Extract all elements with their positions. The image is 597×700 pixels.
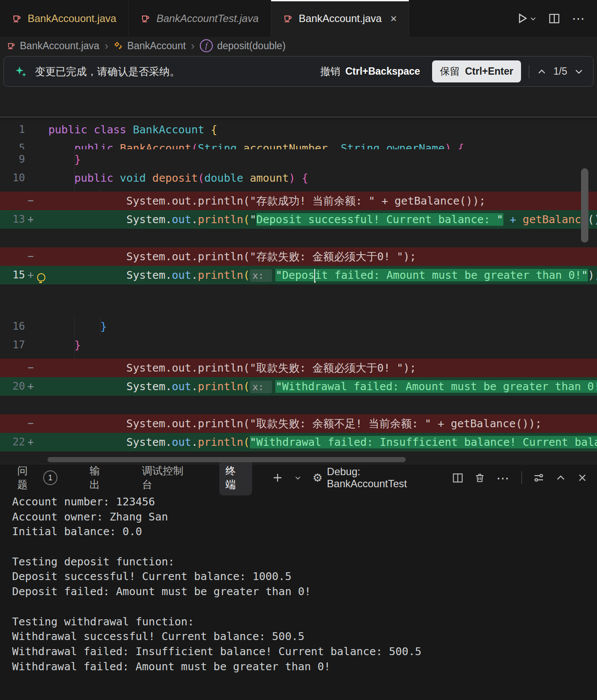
more-actions-icon[interactable]: ⋯ bbox=[572, 11, 586, 26]
code-line-20[interactable]: 20+ System.out.println(x: "Withdrawal fa… bbox=[0, 377, 597, 396]
code-line-removed[interactable]: − System.out.println("取款失败: 金额必须大于0! "); bbox=[0, 359, 597, 377]
tab-label: BankAccountTest.java bbox=[156, 13, 259, 25]
code-text: public BankAccount(String accountNumber,… bbox=[48, 142, 464, 149]
problems-badge: 1 bbox=[43, 470, 58, 485]
code-text: System.out.println("Deposit successful! … bbox=[48, 213, 597, 226]
undo-button[interactable]: 撤销 Ctrl+Backspace bbox=[316, 61, 424, 82]
tab-problems[interactable]: 问题 1 bbox=[11, 460, 63, 495]
terminal-line bbox=[12, 539, 597, 555]
terminal-line: Testing withdrawal function: bbox=[12, 615, 597, 630]
tab-label: 调试控制台 bbox=[142, 464, 193, 492]
terminal-line: Initial balance: 0.0 bbox=[12, 524, 597, 539]
code-text: System.out.println(x: "Withdrawal failed… bbox=[48, 380, 597, 393]
panel-more-icon[interactable]: ⋯ bbox=[496, 470, 510, 486]
inline-chat-widget: 变更已完成，请确认是否采纳。 撤销 Ctrl+Backspace 保留 Ctrl… bbox=[3, 56, 594, 87]
tab-debug-console[interactable]: 调试控制台 bbox=[136, 460, 199, 495]
separator bbox=[529, 65, 529, 78]
vertical-scrollbar[interactable] bbox=[581, 168, 588, 243]
breadcrumb-symbol[interactable]: BankAccount bbox=[127, 40, 186, 52]
terminal-line: Withdrawal failed: Amount must be greate… bbox=[12, 659, 597, 675]
line-number: 5 bbox=[0, 139, 25, 149]
code-line-16[interactable]: 16 } bbox=[0, 317, 597, 336]
tab-bankaccounttest-java[interactable]: BankAccountTest.java bbox=[129, 0, 271, 37]
code-line-removed[interactable]: − System.out.println("存款失败: 金额必须大于0! "); bbox=[0, 247, 597, 266]
code-text: System.out.println("Withdrawal failed: I… bbox=[48, 436, 597, 448]
code-text: System.out.println("存款失败: 金额必须大于0! "); bbox=[48, 250, 416, 263]
breadcrumb-file[interactable]: BankAccount.java bbox=[20, 40, 99, 52]
code-line-5[interactable]: 5 public BankAccount(String accountNumbe… bbox=[0, 139, 597, 149]
breadcrumb: BankAccount.java › BankAccount › f depos… bbox=[0, 37, 597, 55]
code-line-17[interactable]: 17 } bbox=[0, 336, 597, 354]
code-line-removed[interactable]: − System.out.println("存款成功! 当前余额: " + ge… bbox=[0, 192, 597, 210]
breadcrumb-member[interactable]: deposit(double) bbox=[217, 40, 286, 52]
close-icon[interactable]: × bbox=[390, 13, 397, 24]
tab-label: 终端 bbox=[225, 464, 246, 492]
line-number: 20 bbox=[0, 377, 25, 396]
terminal-dropdown-icon[interactable] bbox=[294, 474, 301, 481]
indent-guide bbox=[74, 336, 75, 354]
code-line-1[interactable]: 1public class BankAccount { bbox=[0, 120, 597, 139]
undo-label: 撤销 bbox=[320, 65, 340, 78]
chevron-right-icon: › bbox=[104, 39, 108, 53]
kill-terminal-icon[interactable] bbox=[474, 473, 485, 483]
diff-marker: − bbox=[25, 359, 36, 377]
editor-tab-bar: BankAccouont.java BankAccountTest.java B… bbox=[0, 0, 597, 37]
split-editor-icon[interactable] bbox=[549, 13, 560, 24]
panel-maximize-icon[interactable] bbox=[556, 473, 566, 483]
code-line-22[interactable]: 22+ System.out.println("Withdrawal faile… bbox=[0, 433, 597, 451]
diff-marker: − bbox=[25, 247, 36, 266]
java-file-icon bbox=[7, 41, 16, 50]
diff-marker: + bbox=[25, 433, 36, 451]
line-number: 15 bbox=[0, 266, 25, 284]
line-number: 22 bbox=[0, 433, 25, 451]
inline-chat-message: 变更已完成，请确认是否采纳。 bbox=[35, 65, 180, 79]
terminal-line: Withdrawal successful! Current balance: … bbox=[12, 629, 597, 644]
tab-output[interactable]: 输出 bbox=[83, 460, 116, 495]
code-text: } bbox=[48, 320, 107, 333]
code-line-15[interactable]: 15+ System.out.println(x: "Deposit faile… bbox=[0, 266, 597, 284]
previous-change-button[interactable] bbox=[537, 67, 546, 76]
tab-bankaccount-java[interactable]: BankAccount.java × bbox=[271, 0, 409, 37]
horizontal-scrollbar[interactable] bbox=[47, 457, 406, 462]
sparkle-icon bbox=[13, 64, 28, 79]
method-icon: f bbox=[200, 39, 213, 52]
code-line-9[interactable]: 9 } bbox=[0, 150, 597, 169]
panel-actions: ⚙ Debug: BankAccountTest ⋯ bbox=[272, 466, 597, 490]
line-number: 10 bbox=[0, 169, 25, 187]
lightbulb-icon[interactable] bbox=[37, 273, 45, 281]
code-line-13[interactable]: 13+ System.out.println("Deposit successf… bbox=[0, 210, 597, 229]
line-number: 1 bbox=[0, 120, 25, 139]
terminal-line: Withdrawal failed: Insufficient balance!… bbox=[12, 644, 597, 659]
next-change-button[interactable] bbox=[574, 67, 584, 76]
run-button[interactable] bbox=[516, 13, 537, 24]
diff-marker: + bbox=[25, 210, 36, 229]
code-text: public void deposit(double amount) { bbox=[48, 172, 308, 184]
terminal-line: Account owner: Zhang San bbox=[12, 510, 597, 525]
new-terminal-button[interactable] bbox=[272, 472, 283, 483]
line-number: 13 bbox=[0, 210, 25, 229]
keep-button[interactable]: 保留 Ctrl+Enter bbox=[432, 60, 521, 82]
java-file-icon bbox=[12, 14, 22, 23]
code-line-10[interactable]: 10 public void deposit(double amount) { bbox=[0, 169, 597, 187]
keep-shortcut: Ctrl+Enter bbox=[465, 66, 513, 77]
tab-terminal[interactable]: 终端 bbox=[219, 460, 252, 495]
java-file-icon bbox=[141, 14, 150, 23]
indent-guide bbox=[74, 150, 75, 169]
panel-close-icon[interactable] bbox=[577, 473, 588, 483]
terminal-session-label: Debug: BankAccountTest bbox=[327, 466, 441, 490]
terminal-line: Deposit failed: Amount must be greater t… bbox=[12, 584, 597, 599]
code-line-removed[interactable]: − System.out.println("取款失败: 余额不足! 当前余额: … bbox=[0, 414, 597, 433]
diff-marker: + bbox=[25, 377, 36, 396]
code-editor[interactable]: 变更已完成，请确认是否采纳。 撤销 Ctrl+Backspace 保留 Ctrl… bbox=[0, 55, 597, 464]
indent-guide bbox=[74, 317, 75, 336]
terminal-output[interactable]: Account number: 123456Account owner: Zha… bbox=[0, 495, 597, 700]
terminal-session-item[interactable]: ⚙ Debug: BankAccountTest bbox=[313, 466, 441, 490]
terminal-line: Deposit successful! Current balance: 100… bbox=[12, 569, 597, 584]
panel-layout-icon[interactable] bbox=[533, 472, 544, 483]
tab-bankaccouont-java[interactable]: BankAccouont.java bbox=[0, 0, 129, 37]
glyph-margin bbox=[36, 266, 48, 284]
tab-label: BankAccouont.java bbox=[28, 13, 116, 25]
split-terminal-icon[interactable] bbox=[452, 473, 463, 483]
indent-guide bbox=[74, 169, 75, 187]
code-lines[interactable]: 1public class BankAccount {5 public Bank… bbox=[0, 88, 597, 464]
